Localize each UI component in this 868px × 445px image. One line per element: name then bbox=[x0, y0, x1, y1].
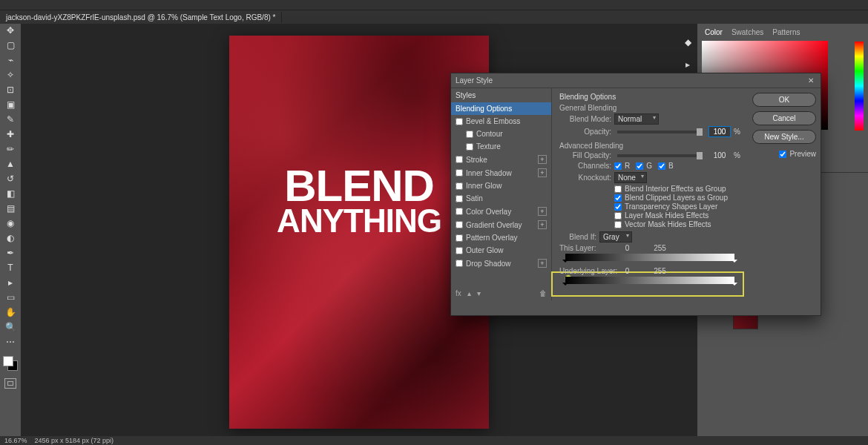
style-item[interactable]: Drop Shadow+ bbox=[451, 257, 551, 270]
foreground-color-swatch[interactable] bbox=[3, 356, 13, 366]
opacity-input[interactable]: 100 bbox=[708, 126, 731, 137]
canvas-sample-text: BLEND ANYTHING bbox=[277, 166, 441, 236]
blend-clipped-checkbox[interactable]: Blend Clipped Layers as Group bbox=[614, 194, 740, 202]
style-up-icon[interactable]: ▴ bbox=[467, 289, 471, 297]
hand-tool-icon[interactable]: ✋ bbox=[3, 307, 18, 317]
this-layer-min: 0 bbox=[625, 244, 630, 252]
style-checkbox[interactable] bbox=[466, 143, 473, 151]
style-item[interactable]: Contour bbox=[451, 128, 551, 140]
status-zoom[interactable]: 16.67% bbox=[4, 437, 27, 444]
cancel-button[interactable]: Cancel bbox=[752, 111, 816, 125]
move-tool-icon[interactable]: ✥ bbox=[3, 25, 18, 36]
style-item[interactable]: Texture bbox=[451, 140, 551, 153]
channel-r[interactable]: R bbox=[614, 162, 630, 170]
channel-g[interactable]: G bbox=[636, 162, 652, 170]
dialog-button-column: OK Cancel New Style... Preview bbox=[748, 88, 821, 300]
style-item[interactable]: Bevel & Emboss bbox=[451, 115, 551, 128]
style-blending-options[interactable]: Blending Options bbox=[451, 102, 551, 115]
layer-mask-hides-checkbox[interactable]: Layer Mask Hides Effects bbox=[614, 211, 740, 220]
new-style-button[interactable]: New Style... bbox=[752, 130, 816, 144]
this-layer-max: 255 bbox=[654, 244, 666, 252]
add-effect-icon[interactable]: + bbox=[538, 220, 547, 229]
tab-color[interactable]: Color bbox=[705, 28, 723, 36]
add-effect-icon[interactable]: + bbox=[538, 155, 547, 164]
vector-mask-hides-checkbox[interactable]: Vector Mask Hides Effects bbox=[614, 220, 740, 228]
style-item[interactable]: Inner Shadow+ bbox=[451, 166, 551, 179]
fill-opacity-pct: % bbox=[734, 151, 740, 159]
eraser-tool-icon[interactable]: ◧ bbox=[3, 188, 18, 199]
color-swatch[interactable] bbox=[3, 356, 18, 371]
lasso-tool-icon[interactable]: ⌁ bbox=[3, 55, 18, 65]
edit-toolbar-icon[interactable]: ⋯ bbox=[3, 337, 18, 347]
blend-interior-checkbox[interactable]: Blend Interior Effects as Group bbox=[614, 185, 740, 193]
style-item[interactable]: Stroke+ bbox=[451, 153, 551, 166]
style-item[interactable]: Satin bbox=[451, 192, 551, 205]
dodge-tool-icon[interactable]: ◐ bbox=[3, 233, 18, 243]
preview-checkbox[interactable]: Preview bbox=[752, 150, 816, 158]
brush-tool-icon[interactable]: ✏ bbox=[3, 144, 18, 154]
hue-slider[interactable] bbox=[855, 42, 864, 131]
add-effect-icon[interactable]: + bbox=[538, 259, 547, 268]
underlying-layer-gradient[interactable] bbox=[565, 277, 734, 284]
path-select-tool-icon[interactable]: ▸ bbox=[3, 277, 18, 288]
layer-style-dialog: Layer Style ✕ Styles Blending Options Be… bbox=[450, 73, 821, 316]
eyedropper-tool-icon[interactable]: ✎ bbox=[3, 114, 18, 125]
document-tab[interactable]: jackson-david-yXZ8PKZFrlE-unsplash.psd @… bbox=[0, 12, 282, 23]
style-item[interactable]: Color Overlay+ bbox=[451, 205, 551, 218]
pen-tool-icon[interactable]: ✒ bbox=[3, 248, 18, 258]
style-checkbox[interactable] bbox=[456, 195, 463, 202]
properties-panel-icon[interactable]: ▸ bbox=[681, 58, 694, 71]
style-item[interactable]: Pattern Overlay bbox=[451, 231, 551, 244]
type-tool-icon[interactable]: T bbox=[3, 263, 18, 273]
zoom-tool-icon[interactable]: 🔍 bbox=[3, 322, 18, 332]
blending-options-panel: Blending Options General Blending Blend … bbox=[552, 88, 748, 300]
blur-tool-icon[interactable]: ◉ bbox=[3, 218, 18, 228]
add-effect-icon[interactable]: + bbox=[538, 207, 547, 216]
shape-tool-icon[interactable]: ▭ bbox=[3, 292, 18, 303]
style-checkbox[interactable] bbox=[456, 234, 463, 242]
style-item[interactable]: Gradient Overlay+ bbox=[451, 218, 551, 231]
crop-tool-icon[interactable]: ⊡ bbox=[3, 85, 18, 95]
transparency-shapes-checkbox[interactable]: Transparency Shapes Layer bbox=[614, 202, 740, 211]
ok-button[interactable]: OK bbox=[752, 93, 816, 107]
style-checkbox[interactable] bbox=[456, 118, 463, 125]
clone-stamp-tool-icon[interactable]: ▲ bbox=[3, 159, 18, 169]
tab-swatches[interactable]: Swatches bbox=[731, 28, 763, 36]
blend-mode-select[interactable]: Normal bbox=[614, 113, 659, 125]
style-checkbox[interactable] bbox=[456, 169, 463, 177]
history-panel-icon[interactable]: ◆ bbox=[681, 36, 694, 49]
blend-if-select[interactable]: Gray bbox=[599, 231, 632, 243]
style-checkbox[interactable] bbox=[456, 208, 463, 215]
style-checkbox[interactable] bbox=[466, 131, 473, 138]
healing-tool-icon[interactable]: ✚ bbox=[3, 129, 18, 139]
channel-b[interactable]: B bbox=[658, 162, 674, 170]
style-item[interactable]: Outer Glow bbox=[451, 244, 551, 257]
quick-mask-icon[interactable] bbox=[4, 378, 16, 389]
opacity-slider[interactable] bbox=[617, 131, 703, 134]
marquee-tool-icon[interactable]: ▢ bbox=[3, 40, 18, 50]
underlying-layer-label: Underlying Layer: bbox=[559, 267, 623, 275]
style-label: Inner Shadow bbox=[466, 169, 538, 177]
fx-icon[interactable]: fx bbox=[456, 289, 461, 297]
style-checkbox[interactable] bbox=[456, 156, 463, 163]
delete-style-icon[interactable]: 🗑 bbox=[539, 289, 547, 297]
style-down-icon[interactable]: ▾ bbox=[477, 289, 481, 297]
fill-opacity-slider[interactable] bbox=[617, 154, 703, 157]
style-label: Satin bbox=[466, 194, 547, 202]
style-checkbox[interactable] bbox=[456, 247, 463, 254]
style-checkbox[interactable] bbox=[456, 182, 463, 190]
styles-list: Styles Blending Options Bevel & EmbossCo… bbox=[451, 88, 552, 300]
knockout-select[interactable]: None bbox=[614, 172, 647, 183]
this-layer-gradient[interactable] bbox=[565, 254, 734, 261]
add-effect-icon[interactable]: + bbox=[538, 168, 547, 177]
tab-patterns[interactable]: Patterns bbox=[772, 28, 800, 36]
frame-tool-icon[interactable]: ▣ bbox=[3, 99, 18, 110]
history-brush-tool-icon[interactable]: ↺ bbox=[3, 174, 18, 184]
gradient-tool-icon[interactable]: ▤ bbox=[3, 203, 18, 214]
magic-wand-tool-icon[interactable]: ✧ bbox=[3, 70, 18, 80]
style-item[interactable]: Inner Glow bbox=[451, 179, 551, 192]
close-icon[interactable]: ✕ bbox=[806, 76, 816, 86]
dialog-titlebar[interactable]: Layer Style ✕ bbox=[451, 73, 821, 88]
style-checkbox[interactable] bbox=[456, 221, 463, 228]
style-checkbox[interactable] bbox=[456, 260, 463, 267]
